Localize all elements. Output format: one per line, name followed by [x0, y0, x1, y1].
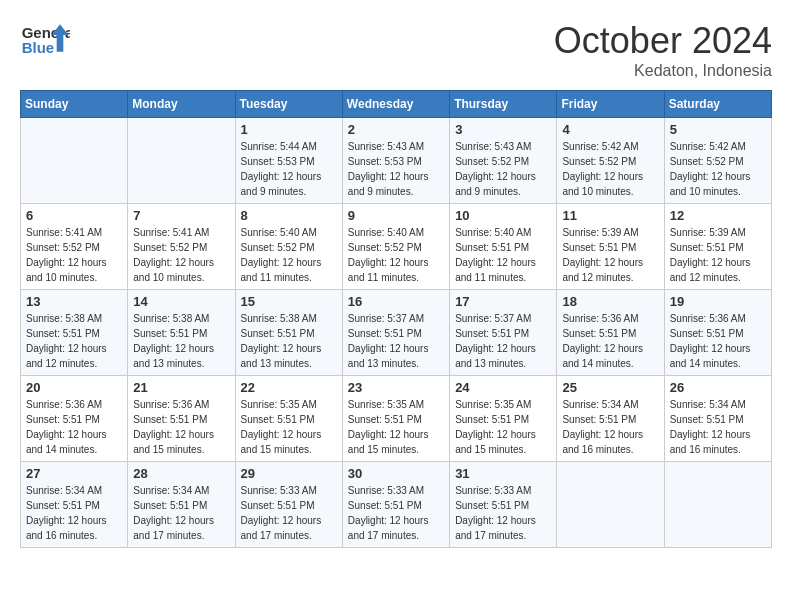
calendar-cell — [21, 118, 128, 204]
day-header: Monday — [128, 91, 235, 118]
calendar-cell: 13Sunrise: 5:38 AMSunset: 5:51 PMDayligh… — [21, 290, 128, 376]
day-header: Thursday — [450, 91, 557, 118]
calendar-cell: 21Sunrise: 5:36 AMSunset: 5:51 PMDayligh… — [128, 376, 235, 462]
day-info: Sunrise: 5:36 AMSunset: 5:51 PMDaylight:… — [26, 397, 122, 457]
day-number: 7 — [133, 208, 229, 223]
day-number: 6 — [26, 208, 122, 223]
day-info: Sunrise: 5:36 AMSunset: 5:51 PMDaylight:… — [133, 397, 229, 457]
calendar-cell: 19Sunrise: 5:36 AMSunset: 5:51 PMDayligh… — [664, 290, 771, 376]
month-title: October 2024 — [554, 20, 772, 62]
day-header: Friday — [557, 91, 664, 118]
day-info: Sunrise: 5:35 AMSunset: 5:51 PMDaylight:… — [241, 397, 337, 457]
calendar-cell: 5Sunrise: 5:42 AMSunset: 5:52 PMDaylight… — [664, 118, 771, 204]
day-number: 25 — [562, 380, 658, 395]
header-row: SundayMondayTuesdayWednesdayThursdayFrid… — [21, 91, 772, 118]
day-header: Tuesday — [235, 91, 342, 118]
day-number: 22 — [241, 380, 337, 395]
calendar-cell: 9Sunrise: 5:40 AMSunset: 5:52 PMDaylight… — [342, 204, 449, 290]
day-number: 27 — [26, 466, 122, 481]
day-info: Sunrise: 5:38 AMSunset: 5:51 PMDaylight:… — [241, 311, 337, 371]
day-info: Sunrise: 5:42 AMSunset: 5:52 PMDaylight:… — [562, 139, 658, 199]
day-number: 26 — [670, 380, 766, 395]
day-info: Sunrise: 5:37 AMSunset: 5:51 PMDaylight:… — [455, 311, 551, 371]
calendar-cell: 4Sunrise: 5:42 AMSunset: 5:52 PMDaylight… — [557, 118, 664, 204]
day-header: Wednesday — [342, 91, 449, 118]
calendar-cell: 2Sunrise: 5:43 AMSunset: 5:53 PMDaylight… — [342, 118, 449, 204]
day-info: Sunrise: 5:35 AMSunset: 5:51 PMDaylight:… — [455, 397, 551, 457]
day-info: Sunrise: 5:39 AMSunset: 5:51 PMDaylight:… — [562, 225, 658, 285]
calendar-cell: 7Sunrise: 5:41 AMSunset: 5:52 PMDaylight… — [128, 204, 235, 290]
day-info: Sunrise: 5:40 AMSunset: 5:52 PMDaylight:… — [348, 225, 444, 285]
day-number: 31 — [455, 466, 551, 481]
day-number: 14 — [133, 294, 229, 309]
day-number: 18 — [562, 294, 658, 309]
calendar-cell: 11Sunrise: 5:39 AMSunset: 5:51 PMDayligh… — [557, 204, 664, 290]
page-header: General Blue October 2024 Kedaton, Indon… — [20, 20, 772, 80]
day-number: 2 — [348, 122, 444, 137]
calendar-cell — [128, 118, 235, 204]
day-number: 4 — [562, 122, 658, 137]
svg-text:Blue: Blue — [22, 39, 55, 56]
day-number: 12 — [670, 208, 766, 223]
day-number: 23 — [348, 380, 444, 395]
calendar-week-row: 27Sunrise: 5:34 AMSunset: 5:51 PMDayligh… — [21, 462, 772, 548]
day-info: Sunrise: 5:34 AMSunset: 5:51 PMDaylight:… — [562, 397, 658, 457]
day-info: Sunrise: 5:39 AMSunset: 5:51 PMDaylight:… — [670, 225, 766, 285]
day-number: 15 — [241, 294, 337, 309]
calendar-cell: 15Sunrise: 5:38 AMSunset: 5:51 PMDayligh… — [235, 290, 342, 376]
day-info: Sunrise: 5:43 AMSunset: 5:53 PMDaylight:… — [348, 139, 444, 199]
day-info: Sunrise: 5:42 AMSunset: 5:52 PMDaylight:… — [670, 139, 766, 199]
calendar-cell: 17Sunrise: 5:37 AMSunset: 5:51 PMDayligh… — [450, 290, 557, 376]
calendar-cell: 29Sunrise: 5:33 AMSunset: 5:51 PMDayligh… — [235, 462, 342, 548]
calendar-cell: 31Sunrise: 5:33 AMSunset: 5:51 PMDayligh… — [450, 462, 557, 548]
calendar-cell: 12Sunrise: 5:39 AMSunset: 5:51 PMDayligh… — [664, 204, 771, 290]
day-info: Sunrise: 5:34 AMSunset: 5:51 PMDaylight:… — [670, 397, 766, 457]
day-info: Sunrise: 5:41 AMSunset: 5:52 PMDaylight:… — [26, 225, 122, 285]
calendar-cell: 25Sunrise: 5:34 AMSunset: 5:51 PMDayligh… — [557, 376, 664, 462]
logo: General Blue — [20, 20, 72, 60]
calendar-cell: 27Sunrise: 5:34 AMSunset: 5:51 PMDayligh… — [21, 462, 128, 548]
calendar-cell: 14Sunrise: 5:38 AMSunset: 5:51 PMDayligh… — [128, 290, 235, 376]
day-number: 21 — [133, 380, 229, 395]
calendar-cell: 30Sunrise: 5:33 AMSunset: 5:51 PMDayligh… — [342, 462, 449, 548]
day-info: Sunrise: 5:44 AMSunset: 5:53 PMDaylight:… — [241, 139, 337, 199]
calendar-cell: 1Sunrise: 5:44 AMSunset: 5:53 PMDaylight… — [235, 118, 342, 204]
calendar-cell: 18Sunrise: 5:36 AMSunset: 5:51 PMDayligh… — [557, 290, 664, 376]
calendar-cell: 16Sunrise: 5:37 AMSunset: 5:51 PMDayligh… — [342, 290, 449, 376]
calendar-cell: 8Sunrise: 5:40 AMSunset: 5:52 PMDaylight… — [235, 204, 342, 290]
calendar-cell — [664, 462, 771, 548]
calendar-cell — [557, 462, 664, 548]
day-number: 20 — [26, 380, 122, 395]
calendar-cell: 24Sunrise: 5:35 AMSunset: 5:51 PMDayligh… — [450, 376, 557, 462]
day-info: Sunrise: 5:35 AMSunset: 5:51 PMDaylight:… — [348, 397, 444, 457]
day-info: Sunrise: 5:34 AMSunset: 5:51 PMDaylight:… — [26, 483, 122, 543]
day-info: Sunrise: 5:41 AMSunset: 5:52 PMDaylight:… — [133, 225, 229, 285]
day-info: Sunrise: 5:34 AMSunset: 5:51 PMDaylight:… — [133, 483, 229, 543]
calendar-week-row: 6Sunrise: 5:41 AMSunset: 5:52 PMDaylight… — [21, 204, 772, 290]
calendar-cell: 3Sunrise: 5:43 AMSunset: 5:52 PMDaylight… — [450, 118, 557, 204]
calendar-cell: 22Sunrise: 5:35 AMSunset: 5:51 PMDayligh… — [235, 376, 342, 462]
calendar-table: SundayMondayTuesdayWednesdayThursdayFrid… — [20, 90, 772, 548]
calendar-cell: 10Sunrise: 5:40 AMSunset: 5:51 PMDayligh… — [450, 204, 557, 290]
day-info: Sunrise: 5:36 AMSunset: 5:51 PMDaylight:… — [562, 311, 658, 371]
day-info: Sunrise: 5:40 AMSunset: 5:51 PMDaylight:… — [455, 225, 551, 285]
day-info: Sunrise: 5:40 AMSunset: 5:52 PMDaylight:… — [241, 225, 337, 285]
day-number: 16 — [348, 294, 444, 309]
calendar-cell: 6Sunrise: 5:41 AMSunset: 5:52 PMDaylight… — [21, 204, 128, 290]
day-number: 10 — [455, 208, 551, 223]
calendar-week-row: 20Sunrise: 5:36 AMSunset: 5:51 PMDayligh… — [21, 376, 772, 462]
calendar-cell: 28Sunrise: 5:34 AMSunset: 5:51 PMDayligh… — [128, 462, 235, 548]
day-info: Sunrise: 5:38 AMSunset: 5:51 PMDaylight:… — [133, 311, 229, 371]
day-number: 13 — [26, 294, 122, 309]
day-number: 3 — [455, 122, 551, 137]
day-number: 19 — [670, 294, 766, 309]
day-info: Sunrise: 5:33 AMSunset: 5:51 PMDaylight:… — [348, 483, 444, 543]
day-header: Sunday — [21, 91, 128, 118]
day-number: 11 — [562, 208, 658, 223]
day-info: Sunrise: 5:33 AMSunset: 5:51 PMDaylight:… — [455, 483, 551, 543]
calendar-week-row: 1Sunrise: 5:44 AMSunset: 5:53 PMDaylight… — [21, 118, 772, 204]
day-info: Sunrise: 5:33 AMSunset: 5:51 PMDaylight:… — [241, 483, 337, 543]
day-number: 24 — [455, 380, 551, 395]
day-number: 9 — [348, 208, 444, 223]
day-info: Sunrise: 5:43 AMSunset: 5:52 PMDaylight:… — [455, 139, 551, 199]
